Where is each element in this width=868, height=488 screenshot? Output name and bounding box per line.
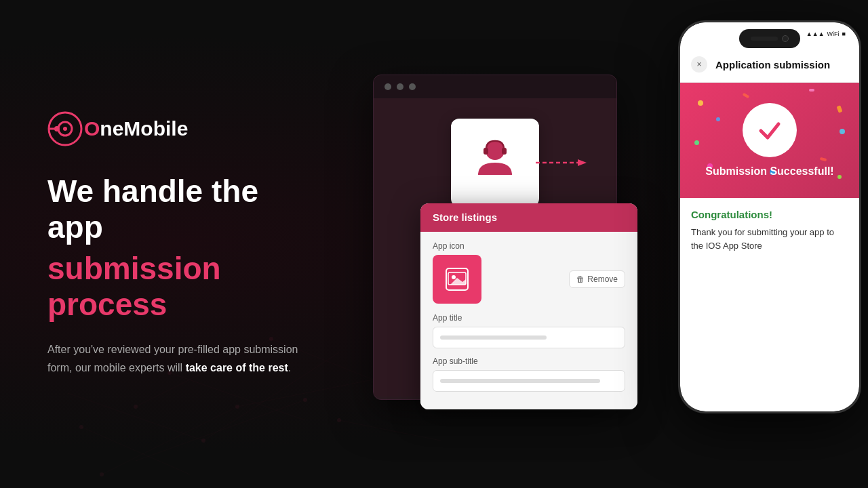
app-title-input[interactable]: [433, 327, 625, 348]
phone-speaker: [751, 37, 778, 41]
app-subtitle-placeholder-line: [440, 379, 600, 383]
success-banner: Submission Successfull!: [680, 83, 859, 198]
success-body: Congratulations! Thank you for submittin…: [680, 198, 859, 263]
app-title-label: App title: [433, 313, 625, 323]
description-end: .: [288, 362, 291, 373]
logo-mobile: Mobile: [123, 117, 188, 140]
browser-dot-1: [384, 83, 391, 90]
congrats-text: Thank you for submitting your app to the…: [691, 226, 848, 252]
app-subtitle-input[interactable]: [433, 370, 625, 392]
phone-mockup: ▲▲▲ WiFi ■ × Application submission: [678, 20, 861, 413]
logo-text: OneMobile: [84, 117, 188, 140]
svg-marker-29: [578, 159, 587, 166]
app-icon-box: 🗑 Remove: [433, 255, 625, 304]
description: After you've reviewed your pre-filled ap…: [47, 341, 312, 377]
remove-button[interactable]: 🗑 Remove: [569, 270, 625, 288]
phone-notch: [739, 29, 800, 48]
congrats-title: Congratulations!: [691, 209, 848, 220]
svg-point-22: [63, 127, 67, 131]
left-panel: OneMobile We handle the app submission p…: [0, 70, 353, 418]
battery-icon: ■: [842, 30, 846, 37]
avatar-icon: [471, 134, 519, 192]
phone-camera: [782, 35, 789, 42]
app-subtitle-label: App sub-title: [433, 357, 625, 366]
success-text: Submission Successfull!: [705, 165, 833, 178]
phone-status-bar: ▲▲▲ WiFi ■: [806, 30, 846, 37]
browser-dot-3: [409, 83, 416, 90]
right-panel: Store listings App icon 🗑: [353, 0, 868, 488]
app-icon-thumb: [433, 255, 481, 304]
svg-point-24: [54, 126, 60, 131]
logo-icon: [47, 111, 83, 146]
store-card-header-text: Store listings: [433, 211, 497, 223]
browser-topbar: [374, 75, 616, 98]
remove-label: Remove: [587, 274, 618, 284]
phone-header-title: Application submission: [715, 59, 830, 70]
store-card-body: App icon 🗑 Remove A: [420, 232, 637, 409]
store-card-header: Store listings: [420, 203, 637, 232]
logo-o: O: [84, 117, 100, 140]
remove-icon: 🗑: [576, 274, 585, 284]
svg-point-34: [452, 275, 456, 279]
close-icon: ×: [696, 60, 701, 69]
signal-icon: ▲▲▲: [806, 30, 825, 37]
logo: OneMobile: [47, 111, 312, 146]
phone-screen: × Application submission: [680, 22, 859, 411]
app-icon-label: App icon: [433, 241, 625, 251]
phone-close-button[interactable]: ×: [691, 56, 707, 73]
wifi-icon: WiFi: [827, 30, 840, 37]
headline-line2: submission process: [47, 251, 312, 323]
avatar-card: [451, 119, 539, 207]
description-bold: take care of the rest: [186, 362, 288, 373]
svg-rect-27: [502, 148, 507, 155]
check-circle: [743, 103, 797, 157]
logo-ne: ne: [100, 117, 123, 140]
page-content: OneMobile We handle the app submission p…: [0, 0, 868, 488]
app-title-placeholder-line: [440, 336, 547, 340]
headline-line1: We handle the app: [47, 174, 312, 245]
svg-rect-26: [484, 148, 488, 155]
browser-dot-2: [397, 83, 403, 90]
store-card: Store listings App icon 🗑: [420, 203, 637, 409]
